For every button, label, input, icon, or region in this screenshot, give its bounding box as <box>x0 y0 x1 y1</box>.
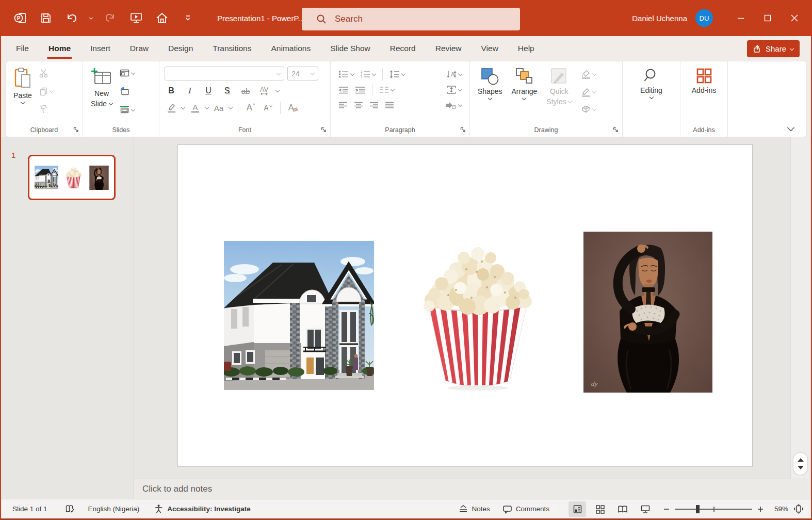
text-shadow-button[interactable]: S <box>220 84 234 98</box>
align-text-button[interactable] <box>445 84 463 95</box>
language-indicator[interactable]: English (Nigeria) <box>88 505 140 513</box>
home-icon[interactable] <box>154 10 170 26</box>
paragraph-dialog-launcher[interactable] <box>460 127 466 133</box>
tab-slide-show[interactable]: Slide Show <box>320 36 380 61</box>
tab-home[interactable]: Home <box>39 36 80 61</box>
font-color-button[interactable]: A <box>188 101 202 115</box>
collapse-ribbon-chevron[interactable] <box>787 127 795 132</box>
slide-thumbnail[interactable] <box>28 155 116 200</box>
vertical-scrollbar[interactable] <box>790 137 810 479</box>
zoom-out-button[interactable] <box>663 506 670 512</box>
tab-insert[interactable]: Insert <box>80 36 120 61</box>
powerpoint-logo-icon[interactable]: P <box>12 10 28 26</box>
new-slide-button[interactable]: New Slide <box>87 66 116 119</box>
reset-slide-button[interactable] <box>118 86 136 97</box>
next-slide-icon[interactable] <box>798 466 804 469</box>
paste-button[interactable]: Paste <box>10 66 36 119</box>
woman-image[interactable] <box>583 232 712 393</box>
shape-effects-button[interactable] <box>579 103 597 115</box>
align-right-button[interactable] <box>368 100 380 110</box>
drawing-dialog-launcher[interactable] <box>613 127 619 133</box>
tab-draw[interactable]: Draw <box>120 36 158 61</box>
increase-indent-button[interactable] <box>353 85 367 95</box>
avatar[interactable]: DU <box>695 9 713 27</box>
justify-button[interactable] <box>383 100 396 110</box>
popcorn-image[interactable] <box>410 238 546 392</box>
bullets-button[interactable] <box>337 69 355 80</box>
decrease-indent-button[interactable] <box>337 85 350 95</box>
zoom-in-button[interactable] <box>757 506 764 512</box>
character-spacing-button[interactable]: AV <box>257 84 271 98</box>
highlight-color-button[interactable] <box>165 101 178 115</box>
text-direction-button[interactable]: A <box>445 69 463 80</box>
tab-help[interactable]: Help <box>508 36 544 61</box>
slide-canvas[interactable] <box>177 144 753 467</box>
slide-indicator[interactable]: Slide 1 of 1 <box>12 505 47 513</box>
minimize-button[interactable] <box>727 0 754 36</box>
fit-slide-to-window-button[interactable] <box>793 504 804 514</box>
strikethrough-button[interactable]: ab <box>239 84 252 98</box>
addins-button[interactable]: Add-ins <box>688 66 720 119</box>
grow-font-button[interactable]: A^ <box>244 101 257 115</box>
clipboard-dialog-launcher[interactable] <box>73 127 79 133</box>
tab-record[interactable]: Record <box>380 36 426 61</box>
notes-toggle-button[interactable]: Notes <box>459 505 490 513</box>
change-case-button[interactable]: Aa <box>212 101 225 115</box>
zoom-slider-thumb[interactable] <box>696 505 700 513</box>
tab-animations[interactable]: Animations <box>261 36 320 61</box>
undo-icon[interactable] <box>64 10 79 26</box>
accessibility-status[interactable]: Accessibility: Investigate <box>154 504 250 514</box>
tab-view[interactable]: View <box>472 36 508 61</box>
house-image[interactable] <box>224 241 374 390</box>
columns-button[interactable] <box>378 85 396 95</box>
start-slideshow-icon[interactable] <box>128 10 144 26</box>
font-name-combo[interactable] <box>165 67 284 80</box>
zoom-level[interactable]: 59% <box>769 505 788 513</box>
comments-toggle-button[interactable]: Comments <box>502 505 549 514</box>
font-size-combo[interactable]: 24 <box>287 67 318 80</box>
paste-dropdown-chevron[interactable] <box>21 100 25 104</box>
tab-transitions[interactable]: Transitions <box>203 36 261 61</box>
maximize-button[interactable] <box>754 0 781 36</box>
undo-dropdown-chevron[interactable] <box>89 15 93 19</box>
slide-layout-button[interactable] <box>118 68 136 78</box>
tab-review[interactable]: Review <box>426 36 472 61</box>
search-box[interactable]: Search <box>302 8 520 30</box>
notes-pane[interactable]: Click to add notes <box>134 479 811 499</box>
share-button[interactable]: Share <box>747 40 800 57</box>
underline-button[interactable]: U <box>202 84 215 98</box>
spacing-dropdown-chevron[interactable] <box>275 88 280 92</box>
convert-to-smartart-button[interactable] <box>444 100 463 111</box>
align-left-button[interactable] <box>337 100 349 110</box>
shape-outline-button[interactable] <box>579 86 597 99</box>
tab-file[interactable]: File <box>6 36 39 61</box>
arrange-button[interactable]: Arrange <box>508 66 541 119</box>
editing-button[interactable]: Editing <box>637 66 666 119</box>
align-center-button[interactable] <box>352 100 365 110</box>
cut-button[interactable] <box>38 68 55 79</box>
shapes-button[interactable]: Shapes <box>474 66 506 119</box>
zoom-slider[interactable] <box>675 509 752 510</box>
numbering-button[interactable]: 123 <box>359 69 377 80</box>
clear-formatting-button[interactable]: A <box>286 101 300 115</box>
slideshow-view-button[interactable] <box>637 501 654 517</box>
shrink-font-button[interactable]: A <box>261 101 274 115</box>
italic-button[interactable]: I <box>183 84 197 98</box>
highlight-dropdown-chevron[interactable] <box>181 105 185 109</box>
tab-design[interactable]: Design <box>158 36 203 61</box>
slide-nav-buttons[interactable] <box>793 453 807 475</box>
section-button[interactable] <box>118 104 136 115</box>
line-spacing-button[interactable] <box>388 69 407 80</box>
reading-view-button[interactable] <box>614 501 631 517</box>
quick-access-toolbar-chevron[interactable] <box>180 10 196 26</box>
format-painter-button[interactable] <box>38 103 55 115</box>
close-button[interactable] <box>781 0 808 36</box>
font-dialog-launcher[interactable] <box>321 127 327 133</box>
user-name[interactable]: Daniel Uchenna <box>632 14 687 23</box>
save-icon[interactable] <box>38 10 54 26</box>
shape-fill-button[interactable] <box>579 68 597 80</box>
change-case-dropdown-chevron[interactable] <box>229 105 233 109</box>
previous-slide-icon[interactable] <box>798 458 804 462</box>
bold-button[interactable]: B <box>165 84 178 98</box>
quick-styles-button[interactable]: Quick Styles <box>543 66 575 119</box>
